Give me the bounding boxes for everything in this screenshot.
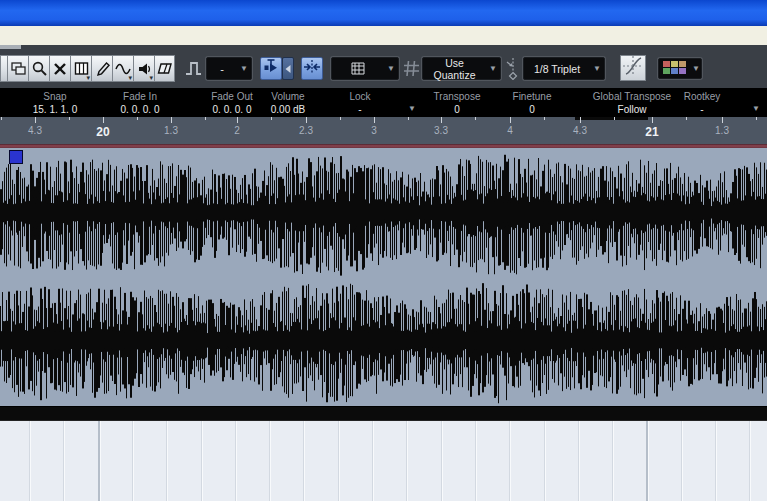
info-value[interactable]: 0	[482, 102, 582, 115]
snap-button[interactable]	[301, 57, 323, 80]
chevron-down-icon: ▾	[149, 74, 153, 81]
grid-line	[749, 421, 750, 501]
grid-line	[646, 421, 648, 501]
ruler-tick	[580, 117, 581, 123]
ruler-tick	[69, 117, 70, 120]
zero-crossing-step-icon[interactable]	[184, 58, 203, 83]
quantize-mode-dropdown[interactable]: Use Quantize ▼	[422, 57, 501, 80]
ruler-tick	[137, 117, 138, 120]
ruler-tick	[171, 117, 172, 123]
lane-divider-bar[interactable]	[0, 406, 767, 421]
grid-line	[303, 421, 304, 501]
chevron-down-icon: ▼	[237, 64, 251, 73]
zoom-tool-button[interactable]	[28, 55, 49, 82]
info-value[interactable]: 0. 0. 0. 0	[95, 102, 185, 115]
scrub-tool-button[interactable]: ▾	[112, 55, 133, 82]
waveform-canvas[interactable]	[0, 148, 767, 406]
ruler-label: 4.3	[28, 125, 42, 136]
ruler-tick	[652, 117, 653, 123]
grid-line	[269, 421, 270, 501]
quantize-preset-dropdown[interactable]: 1/8 Triplet ▼	[523, 57, 605, 80]
ruler-tick	[306, 117, 307, 123]
time-warp-tool-button[interactable]	[154, 55, 175, 82]
info-label: Finetune	[482, 88, 582, 102]
arrow-mode-dropdown[interactable]: - ▼	[206, 57, 252, 80]
info-field-finetune: Finetune 0	[482, 88, 582, 117]
ruler-label: 4	[507, 125, 513, 136]
ruler-label: 3.3	[434, 125, 448, 136]
draw-tool-button[interactable]	[91, 55, 112, 82]
ruler-tick	[756, 117, 757, 120]
object-selection-tool-button[interactable]	[0, 55, 7, 82]
quantize-icon[interactable]	[505, 57, 520, 84]
erase-tool-button[interactable]	[49, 55, 70, 82]
editor-toolbar: ▾ ▾ ▾ -	[0, 45, 767, 89]
pencil-icon	[94, 60, 111, 77]
info-value[interactable]: -	[320, 102, 400, 115]
snap-icon	[303, 59, 321, 79]
grid-icon	[403, 60, 420, 81]
menu-strip	[0, 26, 767, 46]
quantize-preset-value: 1/8 Triplet	[524, 63, 590, 75]
grid-line	[201, 421, 202, 501]
ruler-tick	[1, 117, 2, 120]
info-label: Volume	[248, 88, 328, 102]
chevron-down-icon: ▾	[86, 74, 90, 81]
grid-line	[98, 421, 100, 501]
ruler-tick	[614, 117, 615, 120]
info-label: Rootkey	[662, 88, 742, 102]
ruler-tick	[374, 117, 375, 123]
grid-line	[372, 421, 373, 501]
grid-line	[132, 421, 133, 501]
warp-curve-icon	[622, 55, 644, 81]
audition-tool-button[interactable]: ▾	[133, 55, 154, 82]
suspend-autoscroll-button[interactable]	[282, 57, 294, 80]
ruler-tick	[408, 117, 409, 120]
window-title-bar[interactable]	[0, 0, 767, 26]
comp-tool-button[interactable]: ▾	[70, 55, 91, 82]
time-warp-icon	[156, 60, 174, 77]
ruler-label: 2.3	[299, 125, 313, 136]
event-start-handle[interactable]	[9, 150, 23, 164]
ruler-tick	[722, 117, 723, 123]
grid-line	[441, 421, 442, 501]
info-field-volume: Volume 0.00 dB	[248, 88, 328, 117]
autoscroll-button[interactable]	[260, 57, 282, 80]
range-selection-tool-button[interactable]	[7, 55, 28, 82]
ruler-tick	[340, 117, 341, 120]
chevron-down-icon: ▼	[691, 64, 701, 73]
waveform-display[interactable]	[0, 148, 767, 406]
color-palette-dropdown[interactable]: ▼	[658, 58, 702, 79]
locator-strip	[575, 117, 648, 120]
info-label: Snap	[0, 88, 110, 102]
ruler-tick	[544, 117, 545, 120]
grid-line	[63, 421, 64, 501]
toolbar-drag-handle[interactable]	[0, 45, 21, 49]
grid-line	[338, 421, 339, 501]
ruler-tick	[441, 117, 442, 123]
bottom-lane[interactable]	[0, 421, 767, 501]
info-value[interactable]: 15. 1. 1. 0	[0, 102, 110, 115]
grid-line	[166, 421, 167, 501]
ruler-label: 3	[371, 125, 377, 136]
timeline-ruler[interactable]: 4.3201.322.333.344.3211.3	[0, 117, 767, 144]
zoom-icon	[31, 60, 48, 77]
grid-line	[475, 421, 476, 501]
grid-line	[29, 421, 30, 501]
ruler-tick	[103, 117, 104, 123]
ruler-tick	[205, 117, 206, 120]
info-value[interactable]: 0.00 dB	[248, 102, 328, 115]
grid-line	[235, 421, 236, 501]
grid-line	[509, 421, 510, 501]
info-field-lock: Lock -	[320, 88, 400, 117]
arrow-mode-value: -	[207, 63, 237, 75]
chevron-down-icon: ▼	[590, 64, 604, 73]
audio-editor-window: ▾ ▾ ▾ -	[0, 0, 767, 501]
chevron-down-icon[interactable]: ▼	[752, 104, 760, 113]
info-value[interactable]: -	[662, 102, 742, 115]
grid-type-dropdown[interactable]: ▼	[331, 57, 399, 80]
info-field-fade-in: Fade In 0. 0. 0. 0	[95, 88, 185, 117]
warp-button[interactable]	[620, 55, 646, 81]
autoscroll-icon	[263, 59, 279, 79]
ruler-tick	[35, 117, 36, 123]
